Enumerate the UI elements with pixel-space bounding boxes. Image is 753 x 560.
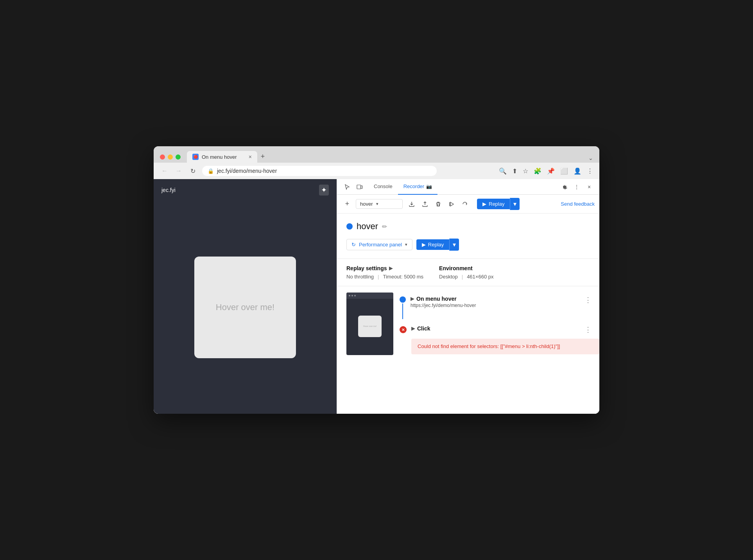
error-message: Could not find element for selectors: [[…	[411, 339, 599, 354]
replay-main-play-icon: ▶	[422, 242, 426, 248]
browser-window: 🔴 On menu hover × + ⌄ ← → ↻ 🔒 jec.fyi/de…	[154, 146, 599, 414]
replay-dropdown-arrow-icon: ▾	[513, 200, 516, 208]
step-expand-icon[interactable]: ▶	[411, 296, 414, 302]
pin-icon[interactable]: 📌	[547, 167, 555, 175]
step-error-dot: ✕	[400, 326, 407, 333]
step-expand-icon-2[interactable]: ▶	[411, 326, 415, 331]
replay-label: Replay	[489, 201, 504, 207]
refresh-button[interactable]: ↻	[188, 167, 197, 175]
replay-button-group: ▶ Replay ▾	[477, 198, 520, 210]
replay-settings-title: Replay settings ▶	[346, 265, 423, 271]
tabs-bar: 🔴 On menu hover × + ⌄	[187, 151, 593, 163]
tab-favicon: 🔴	[192, 154, 199, 160]
tab-console[interactable]: Console	[368, 179, 398, 195]
theme-toggle-icon[interactable]: ✦	[319, 185, 329, 196]
active-tab[interactable]: 🔴 On menu hover ×	[187, 151, 257, 163]
title-bar: 🔴 On menu hover × + ⌄	[154, 146, 599, 163]
bookmark-icon[interactable]: ☆	[523, 167, 528, 175]
import-button[interactable]	[419, 198, 431, 210]
viewport-header: jec.fyi ✦	[154, 179, 337, 201]
throttling-detail: No throttling | Timeout: 5000 ms	[346, 274, 423, 280]
devtools-kebab-button[interactable]: ⋮	[571, 181, 582, 192]
step-more-button-2[interactable]: ⋮	[583, 325, 593, 334]
tab-bar-dropdown[interactable]: ⌄	[588, 155, 593, 163]
delete-recording-button[interactable]	[432, 198, 444, 210]
perf-panel-dropdown-icon: ▾	[405, 242, 407, 247]
hover-card-text: Hover over me!	[216, 302, 274, 312]
replay-main-button-group: ▶ Replay ▾	[416, 239, 459, 251]
lock-icon: 🔒	[208, 168, 214, 174]
devtools-close-button[interactable]: ×	[584, 181, 595, 192]
send-feedback-link[interactable]: Send feedback	[561, 201, 595, 207]
browser-viewport: jec.fyi ✦ Hover over me!	[154, 179, 337, 414]
slow-replay-button[interactable]	[459, 198, 471, 210]
error-text: Could not find element for selectors: [[…	[418, 343, 560, 349]
steps-area: Hover over me! ▶	[337, 286, 599, 362]
forward-button[interactable]: →	[174, 167, 183, 174]
site-name: jec.fyi	[161, 187, 176, 193]
tab-recorder[interactable]: Recorder 📷	[398, 179, 437, 195]
address-bar: ← → ↻ 🔒 jec.fyi/demo/menu-hover 🔍 ⬆ ☆ 🧩 …	[154, 163, 599, 179]
step-title-2: ▶ Click	[411, 325, 583, 332]
edit-name-icon[interactable]: ✏	[382, 223, 387, 230]
screenshot-thumbnail: Hover over me!	[346, 293, 393, 355]
step-more-button[interactable]: ⋮	[583, 296, 593, 304]
replay-dropdown-button[interactable]: ▾	[510, 198, 520, 210]
device-toggle-button[interactable]	[354, 181, 365, 192]
share-icon[interactable]: ⬆	[512, 167, 517, 175]
devtools-settings-button[interactable]	[559, 181, 570, 192]
toolbar-actions	[406, 198, 471, 210]
step-status-dot	[400, 296, 406, 303]
no-throttling-label: No throttling	[346, 274, 374, 280]
close-traffic-light[interactable]	[160, 154, 165, 160]
split-icon[interactable]: ⬜	[560, 167, 568, 175]
environment-col: Environment Desktop | 461×660 px	[439, 265, 493, 280]
step-name-2: Click	[417, 325, 430, 332]
cursor-icon-button[interactable]	[342, 181, 353, 192]
replay-main-dropdown-button[interactable]: ▾	[449, 239, 459, 251]
address-text: jec.fyi/demo/menu-hover	[217, 168, 277, 174]
replay-main-button[interactable]: ▶ Replay	[416, 239, 449, 250]
step-content-2: ▶ Click	[411, 325, 583, 332]
recording-select-arrow: ▾	[376, 201, 378, 206]
recording-title: hover	[357, 221, 378, 232]
recording-status-dot	[346, 223, 353, 230]
step-url: https://jec.fyi/demo/menu-hover	[411, 303, 583, 308]
replay-button[interactable]: ▶ Replay	[477, 199, 510, 209]
profile-icon[interactable]: 👤	[574, 167, 581, 175]
tab-title: On menu hover	[202, 154, 246, 160]
environment-detail: Desktop | 461×660 px	[439, 274, 493, 280]
address-actions: 🔍 ⬆ ☆ 🧩 📌 ⬜ 👤 ⋮	[499, 167, 593, 175]
step-replay-button[interactable]	[446, 198, 457, 210]
minimize-traffic-light[interactable]	[168, 154, 173, 160]
extensions-icon[interactable]: 🧩	[534, 167, 541, 175]
viewport-content: Hover over me!	[154, 201, 337, 414]
maximize-traffic-light[interactable]	[176, 154, 181, 160]
export-button[interactable]	[406, 198, 418, 210]
replay-main-label: Replay	[428, 242, 444, 248]
recording-select[interactable]: hover ▾	[356, 199, 403, 209]
menu-icon[interactable]: ⋮	[587, 167, 593, 175]
tab-favicon-text: 🔴	[194, 155, 198, 159]
main-area: jec.fyi ✦ Hover over me!	[154, 179, 599, 414]
steps-list: ▶ On menu hover https://jec.fyi/demo/men…	[393, 293, 599, 356]
search-icon[interactable]: 🔍	[499, 167, 507, 175]
svg-rect-1	[361, 186, 362, 188]
dimensions-label: 461×660 px	[467, 274, 493, 280]
hover-card[interactable]: Hover over me!	[194, 257, 296, 358]
recorder-content: hover ✏ ↻ Performance panel ▾ ▶ Replay	[337, 214, 599, 259]
add-recording-button[interactable]: +	[342, 199, 353, 210]
new-tab-button[interactable]: +	[257, 151, 268, 162]
table-row: ▶ On menu hover https://jec.fyi/demo/men…	[393, 293, 599, 322]
recorder-toolbar: + hover ▾	[337, 195, 599, 214]
address-input[interactable]: 🔒 jec.fyi/demo/menu-hover	[202, 166, 437, 176]
replay-settings-arrow[interactable]: ▶	[389, 266, 393, 271]
perf-panel-icon: ↻	[351, 242, 356, 248]
performance-panel-button[interactable]: ↻ Performance panel ▾	[346, 239, 412, 250]
devtools-panel: Console Recorder 📷 ⋮ ×	[337, 179, 599, 414]
action-buttons: ↻ Performance panel ▾ ▶ Replay ▾	[346, 239, 590, 251]
desktop-label: Desktop	[439, 274, 458, 280]
tab-close-button[interactable]: ×	[249, 154, 252, 160]
back-button[interactable]: ←	[160, 167, 169, 174]
step-connector	[400, 296, 406, 319]
